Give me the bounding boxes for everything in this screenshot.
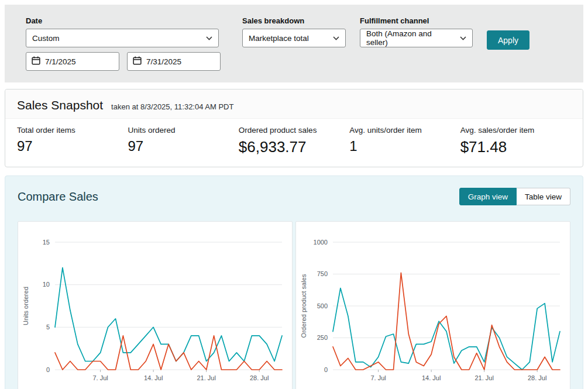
metric-value: 1 — [349, 138, 460, 154]
svg-text:500: 500 — [317, 302, 328, 309]
sales-snapshot-card: Sales Snapshot taken at 8/3/2025, 11:32:… — [5, 89, 583, 167]
compare-sales-title: Compare Sales — [18, 190, 98, 204]
calendar-icon — [32, 56, 40, 67]
svg-text:1000: 1000 — [314, 239, 328, 246]
compare-sales-section: Compare Sales Graph view Table view 0510… — [5, 175, 583, 389]
units-ordered-chart: 0510157. Jul14. Jul21. Jul28. JulUnits o… — [18, 221, 293, 389]
metric-value: $6,933.77 — [239, 138, 349, 156]
svg-text:7. Jul: 7. Jul — [92, 374, 108, 381]
svg-text:15: 15 — [43, 239, 50, 246]
filter-bar: Date Custom 7/1/2025 — [5, 5, 583, 82]
chevron-down-icon — [460, 36, 466, 40]
fulfillment-channel-select[interactable]: Both (Amazon and seller) — [360, 29, 473, 47]
start-date-value: 7/1/2025 — [45, 57, 76, 66]
svg-text:Ordered product sales: Ordered product sales — [300, 274, 307, 338]
svg-text:250: 250 — [317, 334, 328, 341]
fulfillment-channel-select-value: Both (Amazon and seller) — [366, 29, 454, 47]
svg-text:0: 0 — [324, 366, 328, 373]
date-range-select-value: Custom — [32, 34, 60, 43]
svg-text:0: 0 — [46, 366, 50, 373]
sales-snapshot-title: Sales Snapshot — [17, 98, 103, 112]
svg-text:7. Jul: 7. Jul — [370, 374, 386, 381]
line-chart-svg: 025050075010007. Jul14. Jul21. Jul28. Ju… — [297, 222, 569, 389]
snapshot-timestamp: taken at 8/3/2025, 11:32:04 AM PDT — [111, 102, 233, 111]
svg-text:750: 750 — [317, 270, 328, 277]
metric-label: Total order items — [17, 126, 128, 135]
end-date-value: 7/31/2025 — [146, 57, 181, 66]
metric-label: Avg. units/order item — [349, 126, 460, 135]
metric-value: 97 — [17, 138, 128, 154]
date-filter-label: Date — [26, 16, 228, 25]
apply-button[interactable]: Apply — [487, 30, 529, 50]
svg-text:21. Jul: 21. Jul — [474, 374, 493, 381]
date-range-select[interactable]: Custom — [26, 29, 219, 47]
sales-breakdown-select[interactable]: Marketplace total — [242, 29, 346, 47]
metric-label: Units ordered — [128, 126, 238, 135]
svg-text:21. Jul: 21. Jul — [197, 374, 215, 381]
sales-snapshot-header: Sales Snapshot taken at 8/3/2025, 11:32:… — [5, 89, 583, 119]
svg-text:14. Jul: 14. Jul — [144, 374, 163, 381]
metric-avg-sales-per-order-item: Avg. sales/order item $71.48 — [460, 126, 571, 156]
sales-breakdown-filter-group: Sales breakdown Marketplace total — [242, 16, 346, 47]
metric-label: Avg. sales/order item — [460, 126, 571, 135]
calendar-icon — [133, 56, 142, 67]
metric-total-order-items: Total order items 97 — [17, 126, 128, 156]
line-chart-svg: 0510157. Jul14. Jul21. Jul28. JulUnits o… — [19, 222, 291, 389]
metric-value: 97 — [128, 138, 238, 154]
snapshot-metrics-row: Total order items 97 Units ordered 97 Or… — [5, 119, 583, 167]
end-date-input[interactable]: 7/31/2025 — [127, 52, 221, 71]
svg-text:28. Jul: 28. Jul — [250, 374, 269, 381]
svg-text:Units ordered: Units ordered — [22, 287, 29, 325]
date-filter-group: Date Custom 7/1/2025 — [26, 16, 228, 71]
chevron-down-icon — [333, 36, 339, 40]
start-date-input[interactable]: 7/1/2025 — [26, 52, 119, 71]
sales-breakdown-label: Sales breakdown — [242, 16, 346, 25]
metric-ordered-product-sales: Ordered product sales $6,933.77 — [239, 126, 349, 156]
ordered-product-sales-chart: 025050075010007. Jul14. Jul21. Jul28. Ju… — [295, 221, 570, 389]
metric-label: Ordered product sales — [239, 126, 349, 135]
svg-text:28. Jul: 28. Jul — [528, 374, 546, 381]
metric-units-ordered: Units ordered 97 — [128, 126, 238, 156]
metric-avg-units-per-order-item: Avg. units/order item 1 — [349, 126, 460, 156]
metric-value: $71.48 — [460, 138, 571, 156]
fulfillment-channel-label: Fulfillment channel — [360, 16, 473, 25]
svg-text:14. Jul: 14. Jul — [422, 374, 441, 381]
svg-text:5: 5 — [46, 323, 50, 331]
graph-view-button[interactable]: Graph view — [459, 188, 517, 205]
table-view-button[interactable]: Table view — [517, 188, 570, 205]
svg-text:10: 10 — [43, 281, 50, 288]
sales-breakdown-select-value: Marketplace total — [249, 34, 309, 43]
view-toggle: Graph view Table view — [459, 188, 570, 205]
fulfillment-channel-filter-group: Fulfillment channel Both (Amazon and sel… — [360, 16, 473, 47]
sales-dashboard-page: Date Custom 7/1/2025 — [0, 0, 588, 389]
chevron-down-icon — [206, 36, 212, 40]
